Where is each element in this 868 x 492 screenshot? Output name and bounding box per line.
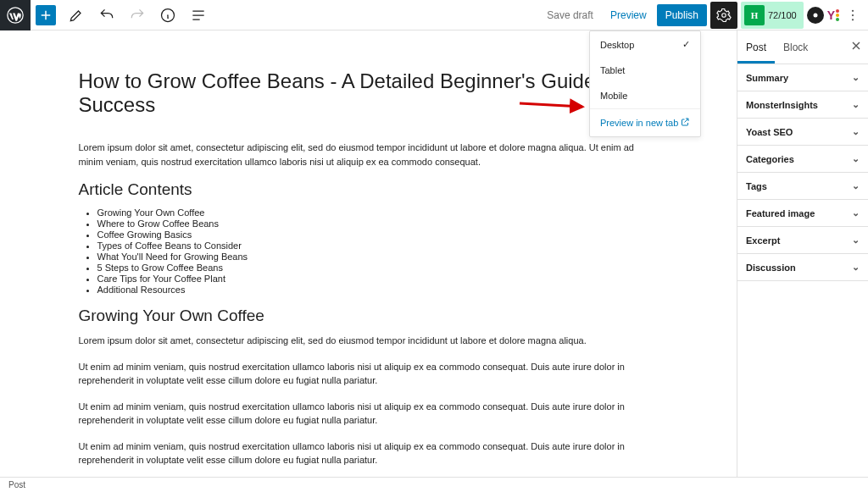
panel-title: Featured image: [746, 208, 815, 218]
redo-button[interactable]: [122, 0, 153, 30]
preview-option-label: Tablet: [600, 65, 625, 75]
panel-tags[interactable]: Tags⌄: [737, 173, 868, 200]
svg-point-2: [722, 13, 726, 17]
panel-summary[interactable]: Summary⌄: [737, 64, 868, 91]
tab-post[interactable]: Post: [737, 30, 775, 64]
paragraph-block[interactable]: Ut enim ad minim veniam, quis nostrud ex…: [79, 360, 659, 388]
svg-point-5: [852, 14, 854, 15]
editor-canvas[interactable]: Desktop ✓ Tablet Mobile Preview in new t…: [0, 30, 737, 477]
toc-item[interactable]: Where to Grow Coffee Beans: [97, 218, 659, 229]
preview-option-mobile[interactable]: Mobile: [590, 83, 700, 108]
chevron-down-icon: ⌄: [852, 235, 860, 246]
toc-item[interactable]: Additional Resources: [97, 285, 659, 295]
toc-item[interactable]: Growing Your Own Coffee: [97, 207, 659, 218]
preview-new-tab[interactable]: Preview in new tab: [590, 108, 700, 136]
yoast-icon[interactable]: Y: [827, 8, 839, 22]
headline-analyzer-badge[interactable]: H 72/100: [741, 2, 804, 29]
monsterinsights-icon[interactable]: [807, 7, 824, 24]
check-icon: ✓: [682, 39, 690, 50]
toc-item[interactable]: What You'll Need for Growing Beans: [97, 252, 659, 262]
svg-point-3: [813, 13, 817, 17]
preview-option-label: Desktop: [600, 40, 634, 50]
add-block-button[interactable]: [36, 5, 56, 25]
tab-block[interactable]: Block: [775, 30, 816, 64]
toolbar-left: [0, 0, 214, 30]
chevron-down-icon: ⌄: [852, 99, 860, 110]
panel-yoast[interactable]: Yoast SEO⌄: [737, 119, 868, 146]
panel-discussion[interactable]: Discussion⌄: [737, 254, 868, 281]
toc-list[interactable]: Growing Your Own Coffee Where to Grow Co…: [79, 207, 659, 295]
panel-title: Summary: [746, 73, 788, 83]
publish-button[interactable]: Publish: [657, 4, 707, 26]
wordpress-logo[interactable]: [0, 0, 31, 30]
svg-point-4: [852, 9, 854, 11]
yoast-y-icon: Y: [827, 8, 835, 22]
block-breadcrumb: Post: [0, 477, 868, 492]
paragraph-block[interactable]: Lorem ipsum dolor sit amet, consectetur …: [79, 334, 659, 348]
post-title[interactable]: How to Grow Coffee Beans - A Detailed Be…: [79, 69, 659, 117]
outline-button[interactable]: [183, 0, 214, 30]
heading-growing-own[interactable]: Growing Your Own Coffee: [79, 307, 659, 325]
chevron-down-icon: ⌄: [852, 180, 860, 191]
settings-button[interactable]: [710, 2, 737, 29]
main-body: Desktop ✓ Tablet Mobile Preview in new t…: [0, 30, 868, 477]
preview-new-tab-label: Preview in new tab: [600, 118, 678, 128]
panel-title: Discussion: [746, 263, 796, 273]
close-sidebar-button[interactable]: [849, 39, 863, 55]
headline-score-text: 72/100: [768, 10, 797, 20]
panel-categories[interactable]: Categories⌄: [737, 146, 868, 173]
paragraph-block[interactable]: Ut enim ad minim veniam, quis nostrud ex…: [79, 400, 659, 428]
panel-title: Categories: [746, 154, 794, 164]
edit-modes-button[interactable]: [61, 0, 92, 30]
chevron-down-icon: ⌄: [852, 262, 860, 273]
toc-item[interactable]: 5 Steps to Grow Coffee Beans: [97, 263, 659, 273]
editor-content: How to Grow Coffee Beans - A Detailed Be…: [72, 69, 665, 477]
yoast-light-red: [836, 9, 839, 13]
panel-excerpt[interactable]: Excerpt⌄: [737, 227, 868, 254]
panel-monsterinsights[interactable]: MonsterInsights⌄: [737, 91, 868, 119]
breadcrumb-item[interactable]: Post: [8, 480, 25, 489]
toc-item[interactable]: Care Tips for Your Coffee Plant: [97, 274, 659, 284]
panel-title: Tags: [746, 181, 767, 191]
panel-title: Yoast SEO: [746, 127, 793, 137]
svg-point-6: [852, 19, 854, 20]
undo-button[interactable]: [92, 0, 122, 30]
preview-option-tablet[interactable]: Tablet: [590, 58, 700, 83]
yoast-light-green: [836, 18, 839, 21]
sidebar-tabs: Post Block: [737, 30, 868, 64]
toc-item[interactable]: Types of Coffee Beans to Consider: [97, 240, 659, 251]
preview-option-desktop[interactable]: Desktop ✓: [590, 31, 700, 58]
toolbar: Save draft Preview Publish H 72/100 Y: [0, 0, 868, 30]
chevron-down-icon: ⌄: [852, 207, 860, 218]
details-button[interactable]: [153, 0, 183, 30]
headline-icon: H: [744, 5, 765, 25]
toolbar-right: Save draft Preview Publish H 72/100 Y: [540, 0, 868, 30]
heading-article-contents[interactable]: Article Contents: [79, 180, 659, 199]
external-link-icon: [680, 117, 690, 129]
panel-title: Excerpt: [746, 235, 780, 246]
chevron-down-icon: ⌄: [852, 153, 860, 164]
preview-button[interactable]: Preview: [604, 9, 654, 21]
more-options-button[interactable]: [843, 8, 863, 23]
chevron-down-icon: ⌄: [852, 126, 860, 137]
paragraph-block[interactable]: Ut enim ad minim veniam, quis nostrud ex…: [79, 439, 659, 467]
settings-sidebar: Post Block Summary⌄ MonsterInsights⌄ Yoa…: [737, 30, 868, 477]
chevron-down-icon: ⌄: [852, 72, 860, 83]
paragraph-block[interactable]: Lorem ipsum dolor sit amet, consectetur …: [79, 141, 659, 169]
panel-title: MonsterInsights: [746, 100, 818, 110]
panel-featured-image[interactable]: Featured image⌄: [737, 200, 868, 227]
preview-option-label: Mobile: [600, 91, 627, 101]
toc-item[interactable]: Coffee Growing Basics: [97, 229, 659, 240]
save-draft-button[interactable]: Save draft: [540, 9, 600, 21]
yoast-light-amber: [836, 14, 839, 17]
preview-dropdown: Desktop ✓ Tablet Mobile Preview in new t…: [589, 30, 701, 137]
